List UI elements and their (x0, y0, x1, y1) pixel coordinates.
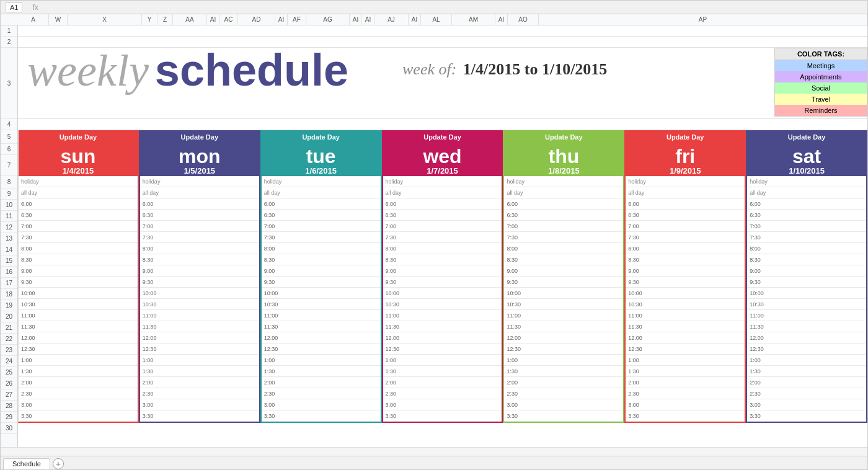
time-slot-tue-830[interactable]: 8:30 (262, 254, 381, 265)
time-slot-fri-230[interactable]: 2:30 (626, 388, 745, 399)
time-slot-fri-330[interactable]: 3:30 (626, 410, 745, 422)
time-slot-sun-330[interactable]: 3:30 (19, 410, 138, 422)
time-slot-fri-130[interactable]: 1:30 (626, 366, 745, 377)
time-slot-tue-930[interactable]: 9:30 (262, 277, 381, 288)
time-slot-sat-900[interactable]: 9:00 (747, 265, 866, 277)
time-slot-wed-230[interactable]: 2:30 (383, 388, 502, 399)
time-slot-sun-700[interactable]: 7:00 (19, 221, 138, 232)
h-scrollbar[interactable] (1, 447, 867, 456)
time-slot-sat-700[interactable]: 7:00 (747, 221, 866, 232)
time-slot-mon-130[interactable]: 1:30 (140, 366, 259, 377)
time-slot-sat-300[interactable]: 3:00 (747, 399, 866, 410)
time-slot-thu-1000[interactable]: 10:00 (504, 288, 623, 299)
time-slot-sat-1230[interactable]: 12:30 (747, 344, 866, 355)
time-slot-fri-600[interactable]: 6:00 (626, 198, 745, 210)
time-slot-mon-200[interactable]: 2:00 (140, 377, 259, 388)
time-slot-sat-1200[interactable]: 12:00 (747, 332, 866, 344)
time-slot-thu-1100[interactable]: 11:00 (504, 310, 623, 321)
time-slot-mon-1100[interactable]: 11:00 (140, 310, 259, 321)
time-slot-sun-200[interactable]: 2:00 (19, 377, 138, 388)
time-slot-fri-730[interactable]: 7:30 (626, 232, 745, 243)
time-slot-wed-900[interactable]: 9:00 (383, 265, 502, 277)
time-slot-thu-830[interactable]: 8:30 (504, 254, 623, 265)
time-slot-thu-330[interactable]: 3:30 (504, 410, 623, 422)
time-slot-mon-100[interactable]: 1:00 (140, 355, 259, 366)
time-slot-wed-1000[interactable]: 10:00 (383, 288, 502, 299)
time-slot-thu-130[interactable]: 1:30 (504, 366, 623, 377)
time-slot-mon-600[interactable]: 6:00 (140, 198, 259, 210)
time-slot-thu-630[interactable]: 6:30 (504, 210, 623, 221)
time-slot-sun-1000[interactable]: 10:00 (19, 288, 138, 299)
time-slot-sun-300[interactable]: 3:00 (19, 399, 138, 410)
update-day-sun[interactable]: Update Day (19, 130, 138, 144)
time-slot-mon-1200[interactable]: 12:00 (140, 332, 259, 344)
time-slot-tue-300[interactable]: 3:00 (262, 399, 381, 410)
time-slot-mon-300[interactable]: 3:00 (140, 399, 259, 410)
time-slot-fri-1200[interactable]: 12:00 (626, 332, 745, 344)
time-slot-sun-230[interactable]: 2:30 (19, 388, 138, 399)
time-slot-thu-230[interactable]: 2:30 (504, 388, 623, 399)
time-slot-wed-300[interactable]: 3:00 (383, 399, 502, 410)
time-slot-sat-230[interactable]: 2:30 (747, 388, 866, 399)
time-slot-thu-600[interactable]: 6:00 (504, 198, 623, 210)
time-slot-fri-930[interactable]: 9:30 (626, 277, 745, 288)
time-slot-sun-1100[interactable]: 11:00 (19, 310, 138, 321)
time-slot-sat-1000[interactable]: 10:00 (747, 288, 866, 299)
time-slot-tue-600[interactable]: 6:00 (262, 198, 381, 210)
time-slot-fri-630[interactable]: 6:30 (626, 210, 745, 221)
time-slot-mon-1000[interactable]: 10:00 (140, 288, 259, 299)
time-slot-thu-1200[interactable]: 12:00 (504, 332, 623, 344)
time-slot-mon-900[interactable]: 9:00 (140, 265, 259, 277)
time-slot-thu-730[interactable]: 7:30 (504, 232, 623, 243)
time-slot-tue-100[interactable]: 1:00 (262, 355, 381, 366)
time-slot-fri-1130[interactable]: 11:30 (626, 321, 745, 332)
time-slot-wed-130[interactable]: 1:30 (383, 366, 502, 377)
time-slot-sun-730[interactable]: 7:30 (19, 232, 138, 243)
update-day-fri[interactable]: Update Day (626, 130, 745, 144)
time-slot-sat-830[interactable]: 8:30 (747, 254, 866, 265)
time-slot-wed-100[interactable]: 1:00 (383, 355, 502, 366)
time-slot-mon-730[interactable]: 7:30 (140, 232, 259, 243)
time-slot-tue-1000[interactable]: 10:00 (262, 288, 381, 299)
time-slot-sat-1130[interactable]: 11:30 (747, 321, 866, 332)
update-day-tue[interactable]: Update Day (262, 130, 381, 144)
time-slot-tue-1100[interactable]: 11:00 (262, 310, 381, 321)
time-slot-thu-1230[interactable]: 12:30 (504, 344, 623, 355)
time-slot-tue-330[interactable]: 3:30 (262, 410, 381, 422)
time-slot-wed-200[interactable]: 2:00 (383, 377, 502, 388)
update-day-sat[interactable]: Update Day (747, 130, 866, 144)
time-slot-wed-1130[interactable]: 11:30 (383, 321, 502, 332)
time-slot-sat-130[interactable]: 1:30 (747, 366, 866, 377)
time-slot-sun-1230[interactable]: 12:30 (19, 344, 138, 355)
time-slot-wed-1100[interactable]: 11:00 (383, 310, 502, 321)
time-slot-sat-600[interactable]: 6:00 (747, 198, 866, 210)
time-slot-mon-1130[interactable]: 11:30 (140, 321, 259, 332)
time-slot-fri-300[interactable]: 3:00 (626, 399, 745, 410)
time-slot-sun-1200[interactable]: 12:00 (19, 332, 138, 344)
time-slot-sat-1030[interactable]: 10:30 (747, 299, 866, 310)
time-slot-wed-1230[interactable]: 12:30 (383, 344, 502, 355)
time-slot-tue-230[interactable]: 2:30 (262, 388, 381, 399)
time-slot-sat-730[interactable]: 7:30 (747, 232, 866, 243)
time-slot-wed-700[interactable]: 7:00 (383, 221, 502, 232)
time-slot-fri-1100[interactable]: 11:00 (626, 310, 745, 321)
time-slot-tue-1200[interactable]: 12:00 (262, 332, 381, 344)
time-slot-mon-800[interactable]: 8:00 (140, 243, 259, 254)
time-slot-sun-630[interactable]: 6:30 (19, 210, 138, 221)
time-slot-sat-930[interactable]: 9:30 (747, 277, 866, 288)
time-slot-sun-830[interactable]: 8:30 (19, 254, 138, 265)
time-slot-tue-700[interactable]: 7:00 (262, 221, 381, 232)
time-slot-fri-1230[interactable]: 12:30 (626, 344, 745, 355)
time-slot-sat-800[interactable]: 8:00 (747, 243, 866, 254)
time-slot-fri-100[interactable]: 1:00 (626, 355, 745, 366)
time-slot-thu-1030[interactable]: 10:30 (504, 299, 623, 310)
time-slot-wed-600[interactable]: 6:00 (383, 198, 502, 210)
time-slot-fri-830[interactable]: 8:30 (626, 254, 745, 265)
time-slot-thu-800[interactable]: 8:00 (504, 243, 623, 254)
time-slot-thu-200[interactable]: 2:00 (504, 377, 623, 388)
time-slot-mon-930[interactable]: 9:30 (140, 277, 259, 288)
time-slot-tue-630[interactable]: 6:30 (262, 210, 381, 221)
time-slot-wed-800[interactable]: 8:00 (383, 243, 502, 254)
time-slot-wed-1030[interactable]: 10:30 (383, 299, 502, 310)
update-day-wed[interactable]: Update Day (383, 130, 502, 144)
